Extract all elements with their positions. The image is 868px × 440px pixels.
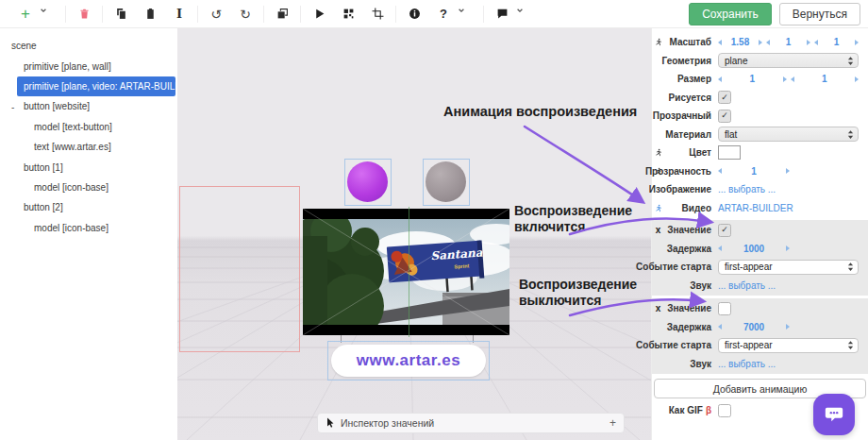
tree-item-plane-video-selected[interactable]: primitive [plane, video: ARTAR-BUILD... — [17, 76, 175, 96]
gray-sphere[interactable] — [426, 161, 466, 202]
scale-y-stepper[interactable]: 1 — [766, 37, 810, 47]
stepper-right-icon[interactable] — [783, 76, 787, 82]
animation2-start-event-select[interactable]: first-appear — [718, 338, 859, 353]
animation1-start-event-select[interactable]: first-appear — [718, 260, 859, 275]
scale-x-value[interactable]: 1.58 — [731, 37, 749, 47]
animate-run-icon[interactable] — [652, 38, 664, 46]
stepper-left-icon[interactable] — [718, 40, 722, 45]
stepper-right-icon[interactable] — [786, 245, 790, 251]
video-plane[interactable]: Santana Sprint — [303, 209, 509, 335]
stepper-left-icon[interactable] — [718, 324, 722, 330]
size-steppers: 1 1 — [718, 74, 859, 84]
opacity-value[interactable]: 1 — [751, 166, 757, 177]
size-w-stepper[interactable]: 1 — [718, 74, 787, 84]
drawn-checkbox[interactable]: ✓ — [718, 91, 731, 104]
help-icon[interactable]: ? — [436, 7, 451, 22]
sphere-button-1[interactable] — [344, 159, 392, 206]
animation1-row-sound: Звук ... выбрать ... — [652, 277, 868, 296]
remove-animation-button[interactable]: x — [656, 225, 661, 235]
animation2-delay-stepper[interactable]: 7000 — [718, 322, 790, 332]
tree-item-model-text-button[interactable]: model [text-button] — [0, 117, 177, 137]
image-choose-link[interactable]: ... выбрать ... — [718, 184, 776, 195]
sphere-button-2[interactable] — [423, 159, 470, 206]
stepper-right-icon[interactable] — [786, 168, 790, 174]
tree-item-text-artar[interactable]: text [www.artar.es] — [0, 137, 177, 157]
color-swatch[interactable] — [718, 145, 741, 160]
size-w-value[interactable]: 1 — [749, 74, 755, 84]
paste-icon[interactable] — [142, 7, 158, 22]
selection-cross — [303, 209, 509, 335]
scale-z-value[interactable]: 1 — [834, 37, 840, 47]
start-event-label: Событие старта — [664, 262, 711, 272]
text-cursor-icon[interactable]: I — [172, 7, 187, 22]
copy-icon[interactable] — [113, 7, 128, 22]
tree-item-label: model [icon-base] — [34, 182, 108, 193]
geometry-select[interactable]: plane — [718, 53, 859, 68]
stepper-right-icon[interactable] — [807, 40, 810, 45]
comments-icon[interactable] — [494, 7, 509, 22]
transparent-checkbox[interactable]: ✓ — [718, 110, 731, 123]
viewport-3d[interactable]: Santana Sprint www.a — [177, 28, 651, 440]
tree-item-button-website[interactable]: -button [website] — [0, 96, 177, 116]
scale-y-value[interactable]: 1 — [786, 37, 792, 47]
stepper-left-icon[interactable] — [766, 40, 770, 45]
tree-item-scene[interactable]: scene — [0, 36, 177, 56]
toolbar-group-view — [301, 7, 395, 22]
animation2-sound-choose-link[interactable]: ... выбрать ... — [718, 359, 776, 369]
purple-sphere[interactable] — [347, 161, 388, 202]
tree-item-plane-wall[interactable]: primitive [plane, wall] — [0, 56, 177, 76]
stepper-left-icon[interactable] — [718, 168, 722, 174]
animation1-value-checkbox[interactable]: ✓ — [718, 224, 731, 237]
collapse-toggle[interactable]: - — [11, 101, 14, 111]
stepper-left-icon[interactable] — [814, 40, 818, 45]
stepper-left-icon[interactable] — [718, 245, 722, 251]
remove-animation-button[interactable]: x — [656, 303, 661, 313]
wall-plane-outline[interactable] — [179, 186, 300, 352]
website-text-selection[interactable]: www.artar.es — [327, 341, 490, 381]
play-icon[interactable] — [311, 7, 326, 22]
tree-item-button-1[interactable]: button [1] — [0, 157, 177, 177]
qr-icon[interactable] — [341, 7, 356, 22]
scale-z-stepper[interactable]: 1 — [814, 37, 859, 47]
stepper-right-icon[interactable] — [759, 40, 762, 45]
info-icon[interactable] — [407, 7, 422, 22]
redo-icon[interactable]: ↻ — [238, 7, 253, 22]
undo-icon[interactable]: ↺ — [209, 7, 224, 22]
inspector-add-button[interactable]: + — [609, 416, 616, 430]
size-h-stepper[interactable]: 1 — [791, 74, 860, 84]
crop-icon[interactable] — [370, 7, 385, 22]
stepper-left-icon[interactable] — [718, 76, 722, 82]
stepper-right-icon[interactable] — [855, 40, 859, 45]
add-icon[interactable]: + — [18, 7, 33, 22]
website-pill[interactable]: www.artar.es — [331, 345, 486, 377]
video-source-link[interactable]: ARTAR-BUILDER — [718, 203, 793, 213]
scale-x-stepper[interactable]: 1.58 — [718, 37, 762, 47]
stepper-left-icon[interactable] — [791, 76, 794, 82]
tree-item-button-2[interactable]: button [2] — [0, 197, 177, 217]
animation2-delay-value[interactable]: 7000 — [743, 322, 764, 332]
animation1-sound-choose-link[interactable]: ... выбрать ... — [718, 280, 776, 291]
add-dropdown-chevron-icon[interactable] — [40, 7, 55, 22]
windows-icon[interactable] — [275, 7, 290, 22]
comments-dropdown-chevron-icon[interactable] — [516, 7, 531, 22]
trash-icon[interactable] — [76, 7, 92, 22]
tree-item-model-icon-base-2[interactable]: model [icon-base] — [0, 218, 177, 238]
tree-item-model-icon-base-1[interactable]: model [icon-base] — [0, 178, 177, 197]
animation2-row-sound: Звук ... выбрать ... — [652, 355, 868, 374]
opacity-stepper[interactable]: 1 — [718, 166, 790, 177]
gif-checkbox[interactable] — [718, 404, 731, 417]
stepper-right-icon[interactable] — [855, 76, 859, 82]
animation2-value-checkbox[interactable] — [718, 302, 731, 315]
animation1-delay-stepper[interactable]: 1000 — [718, 244, 790, 254]
support-chat-button[interactable] — [813, 394, 855, 435]
animate-run-icon[interactable] — [652, 148, 664, 157]
material-select[interactable]: flat — [718, 127, 859, 142]
save-button[interactable]: Сохранить — [689, 3, 772, 25]
help-dropdown-chevron-icon[interactable] — [458, 7, 473, 22]
size-h-value[interactable]: 1 — [822, 74, 827, 84]
animate-run-icon-active[interactable] — [652, 204, 664, 212]
animation1-delay-value[interactable]: 1000 — [743, 244, 764, 254]
value-inspector-bar[interactable]: Инспектор значений + — [317, 413, 625, 433]
stepper-right-icon[interactable] — [786, 324, 790, 330]
back-button[interactable]: Вернуться — [779, 3, 860, 25]
